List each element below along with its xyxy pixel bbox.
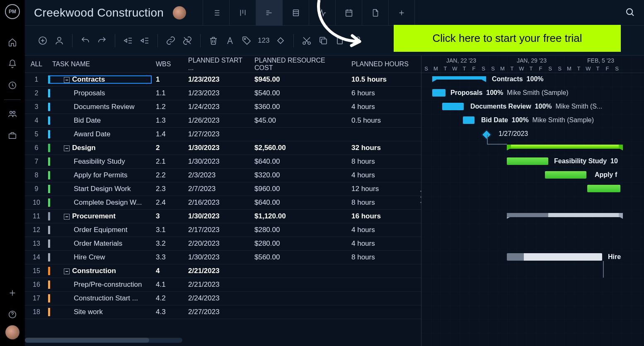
sheet-view-tab[interactable] bbox=[282, 0, 309, 26]
col-header-wbs[interactable]: WBS bbox=[152, 60, 184, 68]
file-view-tab[interactable] bbox=[362, 0, 388, 26]
add-task-icon[interactable] bbox=[36, 36, 50, 46]
milestone-icon[interactable] bbox=[274, 36, 288, 46]
svg-point-10 bbox=[245, 38, 246, 39]
delete-icon[interactable] bbox=[206, 36, 220, 46]
task-name-cell: Order Materials bbox=[74, 240, 122, 247]
logo[interactable]: PM bbox=[5, 4, 20, 19]
indent-icon[interactable] bbox=[138, 36, 152, 46]
col-header-task[interactable]: TASK NAME bbox=[48, 60, 152, 68]
pane-resize-handle[interactable] bbox=[419, 191, 423, 203]
svg-point-13 bbox=[308, 42, 310, 44]
unlink-icon[interactable] bbox=[180, 36, 194, 46]
briefcase-icon[interactable] bbox=[0, 125, 25, 146]
dashboard-view-tab[interactable] bbox=[309, 0, 335, 26]
col-header-hours[interactable]: PLANNED HOURS bbox=[347, 60, 419, 68]
table-row[interactable]: 5Award Date1.41/27/2023 bbox=[25, 128, 421, 141]
table-row[interactable]: 9Start Design Work2.32/7/2023$960.0012 h… bbox=[25, 182, 421, 196]
gantt-day-label: W bbox=[583, 65, 593, 72]
gantt-bar-apply[interactable] bbox=[545, 171, 586, 179]
gantt-day-label: T bbox=[574, 65, 583, 72]
gantt-bar-feasibility[interactable] bbox=[507, 157, 548, 165]
copy-icon[interactable] bbox=[316, 36, 330, 46]
gantt-chart[interactable]: JAN, 22 '23 JAN, 29 '23 FEB, 5 '23 SMTWT… bbox=[421, 56, 644, 346]
plus-icon[interactable] bbox=[0, 282, 25, 304]
gantt-range-1: JAN, 29 '23 bbox=[517, 57, 547, 64]
collapse-icon[interactable]: − bbox=[64, 214, 70, 220]
svg-point-2 bbox=[13, 111, 15, 114]
gantt-day-label: T bbox=[593, 65, 603, 72]
task-name-cell: Prep/Pre-construction bbox=[74, 281, 142, 288]
table-row[interactable]: 14Hire Crew3.31/30/2023$560.008 hours bbox=[25, 251, 421, 264]
bell-icon[interactable] bbox=[0, 53, 25, 75]
gantt-view-tab[interactable] bbox=[256, 0, 282, 26]
col-header-start[interactable]: PLANNED START ... bbox=[184, 57, 250, 72]
table-row[interactable]: 18Site work4.32/27/2023 bbox=[25, 305, 421, 319]
gantt-bar-proposals[interactable] bbox=[432, 89, 445, 97]
table-row[interactable]: 6−Design21/30/2023$2,560.0032 hours bbox=[25, 141, 421, 155]
list-view-tab[interactable] bbox=[203, 0, 229, 26]
table-row[interactable]: 3Documents Review1.21/24/2023$360.004 ho… bbox=[25, 100, 421, 114]
gantt-day-label: W bbox=[517, 65, 526, 72]
view-tabs bbox=[203, 0, 415, 26]
table-row[interactable]: 12Order Equipment3.12/17/2023$280.004 ho… bbox=[25, 223, 421, 237]
help-icon[interactable] bbox=[0, 304, 25, 325]
number-icon[interactable]: 123 bbox=[256, 36, 271, 45]
gantt-day-label: F bbox=[603, 65, 612, 72]
gantt-day-label: M bbox=[498, 65, 507, 72]
app-sidebar: PM bbox=[0, 0, 25, 346]
table-row[interactable]: 8Apply for Permits2.22/3/2023$320.004 ho… bbox=[25, 169, 421, 182]
table-row[interactable]: 11−Procurement31/30/2023$1,120.0016 hour… bbox=[25, 210, 421, 223]
table-row[interactable]: 4Bid Date1.31/26/2023$45.000.5 hours bbox=[25, 114, 421, 128]
svg-rect-14 bbox=[322, 39, 327, 44]
gantt-day-label: S bbox=[545, 65, 555, 72]
table-row[interactable]: 7Feasibility Study2.11/30/2023$640.008 h… bbox=[25, 155, 421, 169]
task-name-cell: Bid Date bbox=[74, 116, 101, 124]
cta-banner[interactable]: Click here to start your free trial bbox=[394, 25, 621, 52]
paste-icon[interactable] bbox=[333, 36, 347, 46]
gantt-label-docs: Documents Review 100% Mike Smith (S... bbox=[470, 103, 602, 110]
gantt-summary-design[interactable] bbox=[507, 145, 623, 149]
attach-icon[interactable] bbox=[349, 36, 363, 46]
search-icon[interactable] bbox=[625, 7, 635, 19]
gantt-day-label: M bbox=[431, 65, 441, 72]
collapse-icon[interactable]: − bbox=[64, 269, 70, 274]
board-view-tab[interactable] bbox=[229, 0, 256, 26]
tag-icon[interactable] bbox=[240, 36, 254, 46]
gantt-bar-startdesign[interactable] bbox=[587, 185, 620, 192]
text-icon[interactable] bbox=[223, 36, 237, 46]
redo-icon[interactable] bbox=[95, 36, 109, 46]
svg-point-9 bbox=[58, 37, 61, 41]
clock-icon[interactable] bbox=[0, 75, 25, 96]
svg-point-1 bbox=[10, 111, 12, 114]
table-row[interactable]: 2Proposals1.11/23/2023$540.006 hours bbox=[25, 87, 421, 100]
assign-icon[interactable] bbox=[52, 36, 66, 46]
gantt-bar-hire[interactable] bbox=[507, 253, 602, 261]
link-icon[interactable] bbox=[164, 36, 178, 46]
horizontal-scrollbar[interactable] bbox=[25, 338, 182, 343]
undo-icon[interactable] bbox=[78, 36, 92, 46]
user-avatar[interactable] bbox=[5, 325, 19, 339]
table-row[interactable]: 17Construction Start ...4.22/24/2023 bbox=[25, 292, 421, 305]
table-row[interactable]: 10Complete Design W...2.42/16/2023$640.0… bbox=[25, 196, 421, 210]
gantt-summary-contracts[interactable] bbox=[432, 76, 486, 80]
calendar-view-tab[interactable] bbox=[335, 0, 362, 26]
table-row[interactable]: 16Prep/Pre-construction4.12/21/2023 bbox=[25, 278, 421, 292]
gantt-bar-bid[interactable] bbox=[463, 116, 475, 124]
table-row[interactable]: 13Order Materials3.22/20/2023$280.004 ho… bbox=[25, 237, 421, 251]
col-header-all[interactable]: ALL bbox=[25, 60, 48, 68]
collapse-icon[interactable]: − bbox=[64, 77, 70, 83]
project-header: Creekwood Construction bbox=[25, 0, 644, 26]
cut-icon[interactable] bbox=[300, 36, 314, 46]
project-owner-avatar[interactable] bbox=[173, 6, 186, 19]
col-header-cost[interactable]: PLANNED RESOURCE COST bbox=[250, 57, 347, 72]
people-icon[interactable] bbox=[0, 103, 25, 125]
add-view-tab[interactable] bbox=[388, 0, 415, 26]
collapse-icon[interactable]: − bbox=[64, 145, 70, 151]
table-row[interactable]: 1−Contracts11/23/2023$945.0010.5 hours bbox=[25, 73, 421, 87]
outdent-icon[interactable] bbox=[121, 36, 135, 46]
task-name-cell: Apply for Permits bbox=[74, 171, 127, 179]
home-icon[interactable] bbox=[0, 31, 25, 53]
table-row[interactable]: 15−Construction42/21/2023 bbox=[25, 264, 421, 278]
gantt-bar-docs[interactable] bbox=[442, 103, 464, 110]
